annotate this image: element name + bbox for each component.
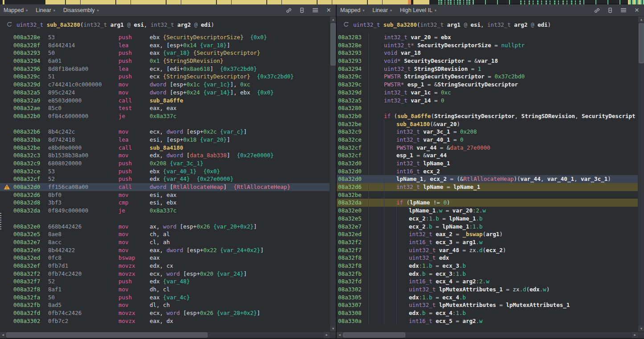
- scroll-down-button[interactable]: ▼: [330, 326, 336, 331]
- disasm-line[interactable]: 008a33020fb7c2movzxeax, dx: [0, 317, 330, 325]
- view-mode-dropdown[interactable]: Mapped▾: [340, 7, 364, 13]
- hlil-line[interactable]: 08a32a5int32_t var_14 = 0: [337, 97, 638, 105]
- disasm-line[interactable]: 008a32bee8bd0e0000callsub_8a4180: [0, 144, 330, 152]
- hlil-line[interactable]: 08a3307uint32_t lpMutexAttributes = lpMu…: [337, 301, 638, 309]
- disasm-line[interactable]: 008a32b68b4c242cmovecx, dword [esp+0x2c …: [0, 128, 330, 136]
- hlil-line[interactable]: 08a32e7ecx_2.b = lpName_1:1.b: [337, 223, 638, 231]
- layout-dropdown[interactable]: Linear▾: [372, 7, 392, 13]
- function-signature[interactable]: uint32_t sub_8a3280(int32_t arg1 @ esi, …: [6, 20, 336, 29]
- hlil-line[interactable]: 08a330aint16_t ecx_5 = arg2.w: [337, 317, 638, 325]
- disasm-line[interactable]: 008a32e98b442422moveax, dword [esp+0x22 …: [0, 246, 330, 254]
- hlil-line[interactable]: 08a3305edx:1.b = ecx_4.b: [337, 294, 638, 302]
- hlil-line[interactable]: 08a32besub_8a4180(&var_20): [337, 120, 638, 128]
- feature-map-segment[interactable]: [429, 0, 438, 4]
- scrollbar-thumb[interactable]: [343, 332, 405, 338]
- vertical-scrollbar[interactable]: ▲ ▼: [638, 16, 644, 331]
- feature-map-segment[interactable]: [628, 0, 644, 4]
- scroll-left-button[interactable]: ◀: [0, 332, 6, 338]
- disasm-line[interactable]: 008a32e58ae8movch, al: [0, 230, 330, 238]
- disasm-line[interactable]: 008a32968d8f18e68a00leaecx, [edi+0x8ae61…: [0, 65, 330, 73]
- disasm-line[interactable]: [0, 120, 330, 128]
- disasm-line[interactable]: 008a32cf52pushedx {var_44} {0x27e0000}: [0, 175, 330, 183]
- link-icon[interactable]: [285, 7, 292, 14]
- disasm-line[interactable]: 008a32fb8ad5movdl, ch: [0, 301, 330, 309]
- view-mode-dropdown[interactable]: Mapped▾: [4, 7, 28, 13]
- feature-map-segment[interactable]: [438, 0, 473, 4]
- scroll-right-button[interactable]: ▶: [324, 332, 330, 338]
- vertical-scrollbar[interactable]: ▲ ▼: [330, 16, 336, 331]
- disasm-line[interactable]: 008a328f8d442414leaeax, [esp+0x14 {var_1…: [0, 41, 330, 49]
- disasm-line[interactable]: 008a32946a01push0x1 {StringSDRevision}: [0, 57, 330, 65]
- feature-map-segment[interactable]: [413, 0, 429, 4]
- disasm-line[interactable]: 008a32ed0fc8bswapeax: [0, 254, 330, 262]
- feature-map-segment[interactable]: [520, 0, 583, 4]
- disasm-line[interactable]: 008a329c51pushecx {StringSecurityDescrip…: [0, 73, 330, 81]
- disasm-line[interactable]: 008a32f752pushedx {var_48}: [0, 278, 330, 286]
- scroll-up-button[interactable]: ▲: [330, 16, 336, 22]
- disasm-line[interactable]: 008a32fa50pusheax {var_4c}: [0, 294, 330, 302]
- disasm-line[interactable]: 008a32c96808020000push0x208 {var_3c_1}: [0, 159, 330, 167]
- hlil-line[interactable]: 08a32f8uint32_t edx: [337, 254, 638, 262]
- feature-map[interactable]: [0, 0, 644, 4]
- disasm-line[interactable]: 008a32a9e8503d0000callsub_8a6ffe: [0, 97, 330, 105]
- link-icon[interactable]: [593, 7, 600, 14]
- feature-map-segment[interactable]: [583, 0, 628, 4]
- disasm-line[interactable]: 008a32ef0fb7d1movzxedx, cx: [0, 262, 330, 270]
- hlil-line[interactable]: 08a3293void var_18: [337, 49, 638, 57]
- horizontal-scrollbar[interactable]: ◀ ▶: [337, 331, 644, 338]
- feature-map-segment[interactable]: [473, 0, 520, 4]
- disasm-line[interactable]: 008a32c38b1538b38a00movedx, dword [data_…: [0, 151, 330, 159]
- scrollbar-thumb[interactable]: [6, 332, 208, 338]
- pane-edge-handle[interactable]: [0, 212, 1, 229]
- hlil-line[interactable]: 08a32daif (lpName != 0): [337, 199, 638, 207]
- disasm-line[interactable]: 008a32da0f849c000000je0x8a337c: [0, 207, 330, 215]
- disasm-line[interactable]: 008a32e0668b442426movax, word [esp+0x26 …: [0, 223, 330, 231]
- hlil-line[interactable]: 08a329cPWSTR StringSecurityDescriptor = …: [337, 73, 638, 81]
- il-level-dropdown[interactable]: High Level IL▾: [400, 7, 436, 13]
- disasm-line[interactable]: 008a32b00f84c6000000je0x8a337c: [0, 112, 330, 120]
- disasm-line[interactable]: 008a32ba8d742418leaesi, [esp+0x18 {var_2…: [0, 136, 330, 144]
- disasm-line[interactable]: 008a32f88af1movdh, cl: [0, 286, 330, 294]
- disasm-line[interactable]: 008a32d0ff156ca08a00calldword [RtlAlloca…: [0, 183, 330, 191]
- hlil-line[interactable]: 08a3283int32_t var_20 = ebx: [337, 33, 638, 41]
- horizontal-scrollbar[interactable]: ◀ ▶: [0, 331, 336, 338]
- hlil-line[interactable]: 08a32e5ecx_2:1.b = lpName_1.b: [337, 215, 638, 223]
- disasm-line[interactable]: 008a32ae85c0testeax, eax: [0, 104, 330, 112]
- split-view-icon[interactable]: [298, 7, 306, 14]
- close-icon[interactable]: ×: [325, 7, 332, 14]
- hlil-line[interactable]: 08a32d0int32_t lpName_1: [337, 159, 638, 167]
- il-level-dropdown[interactable]: Disassembly▾: [63, 7, 99, 13]
- disasm-line[interactable]: 008a32e78accmovcl, ah: [0, 238, 330, 246]
- hlil-line[interactable]: 08a3280: [337, 104, 638, 112]
- hlil-line[interactable]: 08a32c9int32_t var_3c_1 = 0x208: [337, 128, 638, 136]
- hlil-line[interactable]: 08a32cfPWSTR var_44 = &data_27e0000: [337, 144, 638, 152]
- disasm-line[interactable]: 008a329350pusheax {var_18} {SecurityDesc…: [0, 49, 330, 57]
- feature-map-segment[interactable]: [4, 0, 45, 4]
- disasm-line[interactable]: 008a32f20fb74c2420movzxecx, word [esp+0x…: [0, 270, 330, 278]
- scroll-left-button[interactable]: ◀: [337, 332, 342, 338]
- hlil-line[interactable]: 08a32d6int32_t lpName = lpName_1: [337, 183, 638, 191]
- hlil-line[interactable]: 08a32f7uint32_t var_48 = zx.d(ecx_2): [337, 246, 638, 254]
- hlil-line[interactable]: 08a3302uint32_t lpMutexAttributes_1 = zx…: [337, 286, 638, 294]
- hlil-line[interactable]: 08a32fdint16_t ecx_4 = arg2:2.w: [337, 278, 638, 286]
- menu-icon[interactable]: [620, 7, 627, 14]
- function-signature[interactable]: uint32_t sub_8a3280(int32_t arg1 @ esi, …: [343, 20, 644, 29]
- hlil-line[interactable]: 08a329cPWSTR* esp_1 = &StringSecurityDes…: [337, 81, 638, 89]
- split-view-icon[interactable]: [607, 7, 614, 14]
- hlil-line[interactable]: 08a329dint32_t var_1c = 0xc: [337, 89, 638, 97]
- hlil-line[interactable]: 08a32b0if (sub_8a6ffe(StringSecurityDesc…: [337, 112, 638, 120]
- disasm-line[interactable]: 008a32fd0fb74c2426movzxecx, word [esp+0x…: [0, 309, 330, 317]
- hlil-line[interactable]: 08a32be: [337, 191, 638, 199]
- close-icon[interactable]: ×: [633, 7, 640, 14]
- hlil-line[interactable]: 08a328euint32_t* SecurityDescriptorSize …: [337, 41, 638, 49]
- layout-dropdown[interactable]: Linear▾: [36, 7, 55, 13]
- hlil-line[interactable]: 08a32fbedx.b = ecx_3:1.b: [337, 270, 638, 278]
- disasm-line[interactable]: 008a32d83bf3cmpesi, ebx: [0, 199, 330, 207]
- hlil-line[interactable]: 08a32d0lpName_1, ecx_2 = (&RtlAllocateHe…: [337, 175, 638, 183]
- scrollbar-thumb[interactable]: [639, 23, 644, 63]
- hlil-line[interactable]: 08a3294uint32_t StringSDRevision = 1: [337, 65, 638, 73]
- hlil-line[interactable]: 08a3293void* SecurityDescriptor = &var_1…: [337, 57, 638, 65]
- feature-map-segment[interactable]: [45, 0, 408, 4]
- menu-icon[interactable]: [312, 7, 319, 14]
- disasm-line[interactable]: [0, 215, 330, 223]
